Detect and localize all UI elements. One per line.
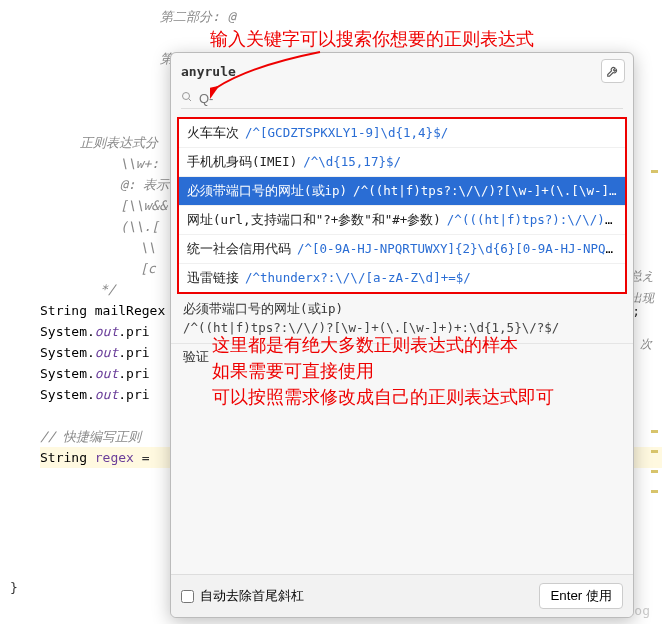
popup-title: anyrule (181, 64, 601, 79)
wrench-icon (606, 64, 620, 78)
auto-trim-label: 自动去除首尾斜杠 (200, 587, 304, 605)
preview-regex: /^((ht|f)tps?:\/\/)?[\w-]+(\.[\w-]+)+:\d… (171, 320, 633, 341)
popup-header: anyrule (171, 53, 633, 87)
result-item[interactable]: 迅雷链接/^thunderx?:\/\/[a-zA-Z\d]+=$/ (179, 264, 625, 292)
popup-footer: 自动去除首尾斜杠 Enter 使用 (171, 574, 633, 617)
result-item[interactable]: 火车车次/^[GCDZTSPKXLY1-9]\d{1,4}$/ (179, 119, 625, 148)
verify-section[interactable]: 验证 (171, 343, 633, 374)
anyrule-popup: anyrule 火车车次/^[GCDZTSPKXLY1-9]\d{1,4}$/ … (170, 52, 634, 618)
scrollbar-minimap[interactable] (651, 110, 658, 530)
code-comment: 第二部分: @ (40, 6, 662, 27)
result-item[interactable]: 网址(url,支持端口和"?+参数"和"#+参数)/^(((ht|f)tps?)… (179, 206, 625, 235)
preview-label: 必须带端口号的网址(或ip) (171, 296, 633, 320)
settings-button[interactable] (601, 59, 625, 83)
search-input[interactable] (181, 89, 623, 108)
enter-button[interactable]: Enter 使用 (539, 583, 623, 609)
auto-trim-checkbox[interactable] (181, 590, 194, 603)
svg-line-1 (189, 99, 192, 102)
result-item[interactable]: 手机机身码(IMEI)/^\d{15,17}$/ (179, 148, 625, 177)
code-brace: } (2, 580, 18, 595)
svg-point-0 (183, 93, 190, 100)
results-list: 火车车次/^[GCDZTSPKXLY1-9]\d{1,4}$/ 手机机身码(IM… (177, 117, 627, 294)
result-item-selected[interactable]: 必须带端口号的网址(或ip)/^((ht|f)tps?:\/\/)?[\w-]+… (179, 177, 625, 206)
search-icon (181, 91, 193, 106)
result-item[interactable]: 统一社会信用代码/^[0-9A-HJ-NPQRTUWXY]{2}\d{6}[0-… (179, 235, 625, 264)
